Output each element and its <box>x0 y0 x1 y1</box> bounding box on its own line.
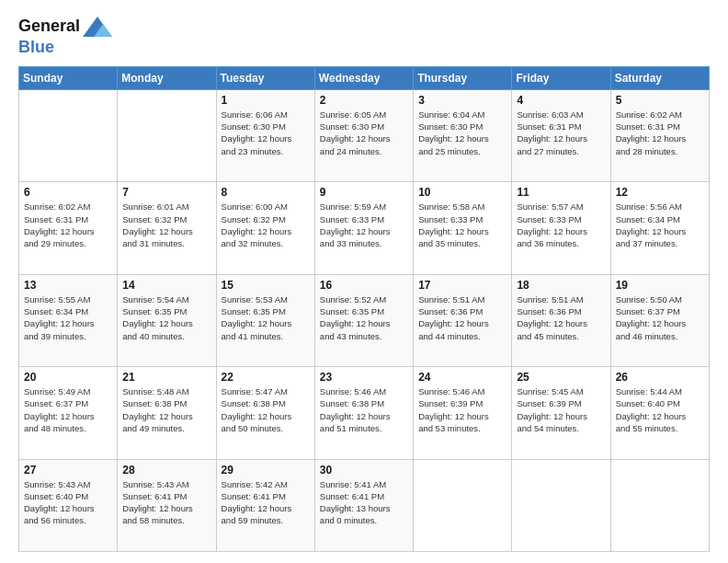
day-info: Sunset: 6:36 PM <box>517 305 605 317</box>
day-info: Sunrise: 5:57 AM <box>517 201 605 213</box>
day-info: Sunset: 6:40 PM <box>24 490 112 502</box>
day-info: Daylight: 12 hours <box>320 132 408 144</box>
day-info: and 54 minutes. <box>517 422 605 434</box>
day-info: Sunrise: 6:01 AM <box>122 201 210 213</box>
day-info: Daylight: 12 hours <box>122 225 210 237</box>
day-number: 21 <box>122 371 210 384</box>
day-info: and 39 minutes. <box>24 330 112 342</box>
day-info: Sunrise: 5:44 AM <box>616 385 704 397</box>
calendar-week-row: 27Sunrise: 5:43 AMSunset: 6:40 PMDayligh… <box>19 459 710 551</box>
day-info: Sunset: 6:36 PM <box>418 305 506 317</box>
day-info: and 45 minutes. <box>517 330 605 342</box>
calendar-cell: 8Sunrise: 6:00 AMSunset: 6:32 PMDaylight… <box>216 182 314 274</box>
day-info: and 49 minutes. <box>122 422 210 434</box>
day-info: and 50 minutes. <box>222 422 310 434</box>
day-info: Daylight: 12 hours <box>320 410 408 422</box>
day-info: Daylight: 12 hours <box>222 132 310 144</box>
day-number: 5 <box>616 94 704 107</box>
calendar-cell: 19Sunrise: 5:50 AMSunset: 6:37 PMDayligh… <box>610 274 709 366</box>
day-info: Daylight: 12 hours <box>122 317 210 329</box>
day-info: Sunrise: 6:05 AM <box>320 109 408 121</box>
day-info: Sunset: 6:31 PM <box>517 121 605 132</box>
day-number: 10 <box>418 186 506 199</box>
day-info: Sunset: 6:41 PM <box>222 490 310 502</box>
calendar-week-row: 13Sunrise: 5:55 AMSunset: 6:34 PMDayligh… <box>19 274 710 366</box>
day-info: Sunrise: 6:02 AM <box>616 109 704 121</box>
day-info: Sunrise: 6:02 AM <box>24 201 112 213</box>
day-info: Daylight: 12 hours <box>616 132 704 144</box>
day-number: 14 <box>122 279 210 292</box>
calendar-cell: 9Sunrise: 5:59 AMSunset: 6:33 PMDaylight… <box>314 182 413 274</box>
dow-header: Monday <box>118 66 216 89</box>
day-info: and 41 minutes. <box>222 330 310 342</box>
day-info: Sunrise: 5:58 AM <box>418 201 506 213</box>
header: General Blue <box>18 15 710 57</box>
day-info: Daylight: 12 hours <box>24 225 112 237</box>
calendar-cell <box>610 459 709 551</box>
calendar-cell <box>414 459 512 551</box>
day-number: 24 <box>418 371 506 384</box>
day-info: Sunrise: 5:55 AM <box>24 293 112 305</box>
day-info: Daylight: 12 hours <box>222 225 310 237</box>
day-info: Daylight: 12 hours <box>418 317 506 329</box>
calendar-cell: 16Sunrise: 5:52 AMSunset: 6:35 PMDayligh… <box>314 274 413 366</box>
day-info: Daylight: 12 hours <box>122 502 210 514</box>
calendar-week-row: 1Sunrise: 6:06 AMSunset: 6:30 PMDaylight… <box>19 89 710 181</box>
calendar-cell: 23Sunrise: 5:46 AMSunset: 6:38 PMDayligh… <box>314 367 413 459</box>
day-number: 23 <box>320 371 408 384</box>
day-info: Sunset: 6:31 PM <box>24 213 112 225</box>
dow-header: Wednesday <box>314 66 413 89</box>
day-info: Sunrise: 5:43 AM <box>24 478 112 490</box>
day-number: 4 <box>517 94 605 107</box>
dow-header: Tuesday <box>216 66 314 89</box>
calendar-week-row: 6Sunrise: 6:02 AMSunset: 6:31 PMDaylight… <box>19 182 710 274</box>
calendar-table: SundayMondayTuesdayWednesdayThursdayFrid… <box>18 66 710 552</box>
day-info: Sunset: 6:39 PM <box>517 397 605 409</box>
calendar-body: 1Sunrise: 6:06 AMSunset: 6:30 PMDaylight… <box>19 89 710 551</box>
day-info: Daylight: 12 hours <box>122 410 210 422</box>
calendar-cell: 27Sunrise: 5:43 AMSunset: 6:40 PMDayligh… <box>19 459 118 551</box>
day-info: Sunset: 6:35 PM <box>320 305 408 317</box>
day-info: and 55 minutes. <box>616 422 704 434</box>
day-number: 27 <box>24 464 112 477</box>
day-info: and 28 minutes. <box>616 145 704 157</box>
calendar-cell: 13Sunrise: 5:55 AMSunset: 6:34 PMDayligh… <box>19 274 118 366</box>
calendar-cell: 11Sunrise: 5:57 AMSunset: 6:33 PMDayligh… <box>512 182 610 274</box>
day-info: Sunrise: 6:04 AM <box>418 109 506 121</box>
day-number: 6 <box>24 186 112 199</box>
day-info: and 33 minutes. <box>320 237 408 249</box>
day-number: 26 <box>616 371 704 384</box>
day-number: 8 <box>222 186 310 199</box>
day-info: Daylight: 12 hours <box>222 410 310 422</box>
calendar-cell: 29Sunrise: 5:42 AMSunset: 6:41 PMDayligh… <box>216 459 314 551</box>
day-info: Sunrise: 5:45 AM <box>517 385 605 397</box>
calendar-cell <box>118 89 216 181</box>
day-info: Sunset: 6:33 PM <box>418 213 506 225</box>
calendar-cell: 6Sunrise: 6:02 AMSunset: 6:31 PMDaylight… <box>19 182 118 274</box>
day-info: and 29 minutes. <box>24 237 112 249</box>
day-info: Daylight: 12 hours <box>418 132 506 144</box>
day-info: Sunset: 6:39 PM <box>418 397 506 409</box>
day-number: 17 <box>418 279 506 292</box>
calendar-cell: 25Sunrise: 5:45 AMSunset: 6:39 PMDayligh… <box>512 367 610 459</box>
day-info: and 56 minutes. <box>24 514 112 526</box>
day-info: Sunrise: 5:51 AM <box>418 293 506 305</box>
day-info: Sunset: 6:34 PM <box>616 213 704 225</box>
day-number: 15 <box>222 279 310 292</box>
day-info: Sunrise: 5:43 AM <box>122 478 210 490</box>
day-info: and 44 minutes. <box>418 330 506 342</box>
day-info: Sunrise: 6:06 AM <box>222 109 310 121</box>
day-info: Daylight: 12 hours <box>616 317 704 329</box>
day-info: Daylight: 12 hours <box>222 502 310 514</box>
day-info: Daylight: 12 hours <box>24 502 112 514</box>
day-number: 20 <box>24 371 112 384</box>
day-info: Sunset: 6:30 PM <box>320 121 408 132</box>
day-info: Sunset: 6:41 PM <box>122 490 210 502</box>
day-number: 2 <box>320 94 408 107</box>
day-info: and 36 minutes. <box>517 237 605 249</box>
dow-header: Saturday <box>610 66 709 89</box>
day-info: Sunrise: 5:53 AM <box>222 293 310 305</box>
day-info: Sunset: 6:37 PM <box>616 305 704 317</box>
day-number: 13 <box>24 279 112 292</box>
day-info: Sunrise: 5:46 AM <box>320 385 408 397</box>
